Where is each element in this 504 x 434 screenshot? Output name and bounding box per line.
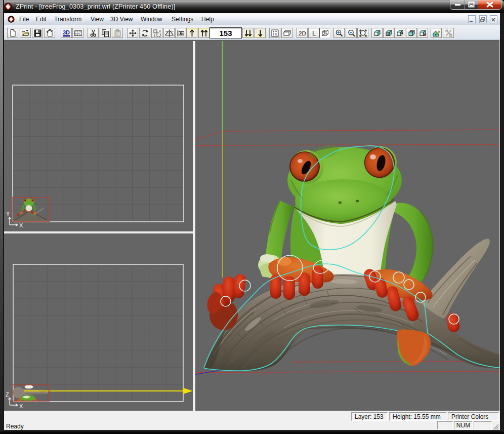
svg-text:Z: Z — [6, 391, 9, 398]
svg-text:L: L — [312, 29, 316, 37]
svg-text:3D: 3D — [63, 29, 70, 35]
svg-text:X: X — [19, 222, 23, 228]
svg-text:2D: 2D — [299, 30, 306, 36]
svg-text:Z: Z — [170, 30, 174, 37]
svg-text:X: X — [19, 403, 23, 409]
svg-text:Z: Z — [165, 30, 169, 37]
svg-text:Y: Y — [6, 211, 10, 217]
